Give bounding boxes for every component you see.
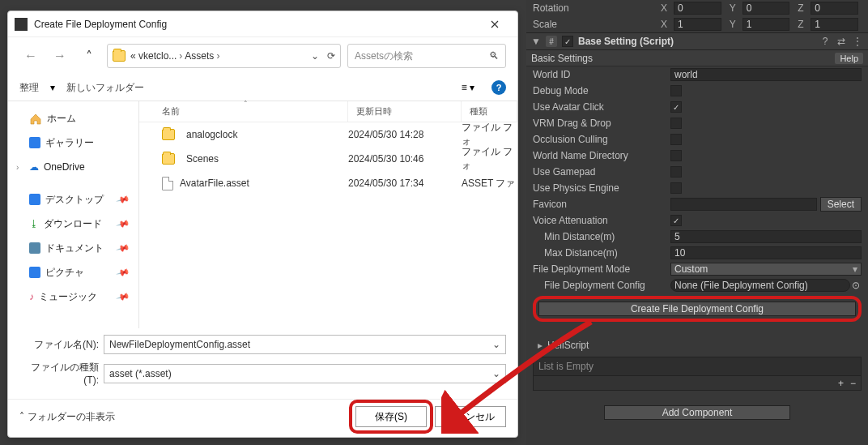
file-list: ˄名前 更新日時 種類 analogclock 2024/05/30 14:28… — [139, 101, 517, 328]
sidebar-item-home[interactable]: ホーム — [11, 106, 135, 131]
nav-back-button[interactable]: ← — [19, 45, 42, 67]
section-basic-settings: Basic Settings Help — [526, 50, 868, 66]
breadcrumb[interactable]: « vketclo... › Assets › ⌄ ⟳ — [107, 44, 341, 68]
cancel-button[interactable]: キャンセル — [435, 406, 506, 427]
favicon-field[interactable] — [670, 198, 817, 211]
folder-icon — [162, 153, 175, 165]
sidebar: ホーム ギャラリー › ☁ OneDrive デスクトップ 📌 ⭳ ダウンロード… — [8, 101, 139, 328]
occlusion-checkbox[interactable] — [670, 134, 682, 145]
pin-icon: 📌 — [116, 289, 131, 304]
organize-menu[interactable]: 整理 — [19, 81, 39, 95]
component-enabled-checkbox[interactable]: ✓ — [562, 36, 573, 47]
rotation-y-input[interactable]: 0 — [742, 2, 790, 15]
use-gamepad-checkbox[interactable] — [670, 166, 682, 178]
new-folder-button[interactable]: 新しいフォルダー — [66, 81, 144, 95]
sidebar-item-label: OneDrive — [44, 161, 85, 173]
sort-asc-icon: ˄ — [244, 100, 248, 108]
dialog-footer: ˄ フォルダーの非表示 保存(S) キャンセル — [8, 399, 517, 437]
sidebar-item-desktop[interactable]: デスクトップ 📌 — [11, 187, 135, 212]
chevron-right-icon: › — [179, 50, 182, 62]
scale-z-input[interactable]: 1 — [811, 18, 858, 31]
nav-forward-button[interactable]: → — [49, 45, 71, 67]
sidebar-item-label: デスクトップ — [45, 193, 104, 207]
transform-scale-row: Scale X1 Y1 Z1 — [526, 16, 868, 32]
use-avatar-click-checkbox[interactable]: ✓ — [670, 101, 682, 113]
sidebar-item-label: ドキュメント — [45, 242, 104, 255]
chevron-right-icon[interactable]: › — [16, 163, 19, 172]
sidebar-item-label: ピクチャ — [45, 266, 84, 280]
heliscript-list-footer: + − — [533, 376, 862, 391]
create-file-deployment-config-button[interactable]: Create File Deployment Config — [538, 302, 856, 316]
list-item[interactable]: Scenes 2024/05/30 10:46 ファイル フォ — [139, 147, 517, 171]
world-name-dir-checkbox[interactable] — [670, 150, 682, 161]
component-header[interactable]: ▼ # ✓ Base Setting (Script) ? ⇄ ⋮ — [526, 32, 868, 50]
sidebar-item-pictures[interactable]: ピクチャ 📌 — [11, 260, 135, 285]
rotation-x-input[interactable]: 0 — [674, 2, 721, 15]
voice-atten-checkbox[interactable]: ✓ — [670, 215, 682, 226]
section-help-button[interactable]: Help — [835, 53, 863, 64]
sidebar-item-onedrive[interactable]: › ☁ OneDrive — [11, 155, 135, 179]
file-list-header[interactable]: ˄名前 更新日時 種類 — [139, 101, 517, 122]
dropdown-icon[interactable]: ⌄ — [492, 368, 500, 379]
close-button[interactable] — [479, 15, 511, 34]
breadcrumb-parent[interactable]: « vketclo... — [130, 50, 177, 62]
column-type[interactable]: 種類 — [470, 105, 487, 118]
view-mode-button[interactable]: ≡ ▾ — [456, 79, 480, 96]
favicon-select-button[interactable]: Select — [820, 197, 862, 212]
list-remove-button[interactable]: − — [850, 378, 856, 389]
world-id-input[interactable]: world — [670, 68, 862, 81]
sidebar-item-music[interactable]: ♪ ミュージック 📌 — [11, 285, 135, 309]
scale-x-input[interactable]: 1 — [674, 18, 721, 31]
min-distance-input[interactable]: 5 — [670, 230, 862, 243]
documents-icon — [29, 242, 40, 254]
dialog-nav: ← → ˄ « vketclo... › Assets › ⌄ ⟳ Assets… — [8, 37, 517, 75]
vrm-drag-checkbox[interactable] — [670, 118, 682, 129]
save-button[interactable]: 保存(S) — [355, 406, 427, 427]
deploy-config-field[interactable]: None (File Deployment Config) — [670, 279, 850, 292]
refresh-button[interactable]: ⟳ — [327, 50, 335, 62]
sidebar-item-gallery[interactable]: ギャラリー — [11, 131, 135, 155]
breadcrumb-current[interactable]: Assets — [185, 50, 214, 62]
scale-y-input[interactable]: 1 — [742, 18, 790, 31]
sidebar-item-documents[interactable]: ドキュメント 📌 — [11, 236, 135, 260]
foldout-icon[interactable]: ▸ — [538, 340, 542, 351]
column-name[interactable]: 名前 — [162, 105, 180, 118]
search-input[interactable]: Assetsの検索 🔍︎ — [347, 44, 506, 68]
object-picker-icon[interactable]: ⊙ — [850, 280, 862, 291]
dialog-fields: ファイル名(N): NewFileDeploymentConfig.asset … — [8, 328, 517, 399]
debug-mode-checkbox[interactable] — [670, 85, 682, 96]
list-item[interactable]: AvatarFile.asset 2024/05/30 17:34 ASSET … — [139, 171, 517, 195]
help-button[interactable]: ? — [491, 80, 506, 95]
component-title: Base Setting (Script) — [578, 36, 815, 47]
preset-icon[interactable]: ⇄ — [836, 36, 847, 47]
inspector-panel: Rotation X0 Y0 Z0 Scale X1 Y1 Z1 ▼ # ✓ B… — [526, 0, 868, 445]
list-add-button[interactable]: + — [838, 378, 844, 389]
add-component-button[interactable]: Add Component — [604, 405, 790, 420]
sidebar-item-downloads[interactable]: ⭳ ダウンロード 📌 — [11, 212, 135, 236]
nav-up-button[interactable]: ˄ — [78, 45, 100, 67]
max-distance-input[interactable]: 10 — [670, 246, 862, 259]
help-icon[interactable]: ? — [819, 36, 831, 47]
sidebar-item-label: ギャラリー — [45, 136, 94, 150]
sidebar-item-label: ホーム — [47, 112, 76, 126]
sidebar-item-label: ダウンロード — [44, 217, 102, 231]
use-physics-checkbox[interactable] — [670, 182, 682, 194]
rotation-z-input[interactable]: 0 — [811, 2, 858, 15]
kebab-icon[interactable]: ⋮ — [852, 36, 863, 47]
heliscript-header[interactable]: HeliScript — [547, 340, 589, 351]
hide-folders-toggle[interactable]: ˄ フォルダーの非表示 — [19, 410, 115, 424]
dropdown-icon[interactable]: ⌄ — [492, 339, 500, 350]
filetype-select[interactable]: asset (*.asset) ⌄ — [104, 364, 506, 383]
folder-icon — [113, 50, 126, 62]
breadcrumb-dropdown[interactable]: ⌄ — [311, 50, 319, 62]
script-icon: # — [546, 36, 557, 47]
column-date[interactable]: 更新日時 — [356, 105, 392, 118]
pin-icon: 📌 — [116, 265, 131, 280]
deploy-mode-select[interactable]: Custom▾ — [670, 263, 862, 276]
chevron-down-icon: ▾ — [853, 263, 857, 275]
foldout-icon[interactable]: ▼ — [531, 36, 541, 47]
filename-input[interactable]: NewFileDeploymentConfig.asset ⌄ — [104, 335, 506, 354]
file-icon — [162, 177, 173, 190]
file-save-dialog: Create File Deployment Config ← → ˄ « vk… — [7, 11, 518, 438]
list-item[interactable]: analogclock 2024/05/30 14:28 ファイル フォ — [139, 122, 517, 147]
